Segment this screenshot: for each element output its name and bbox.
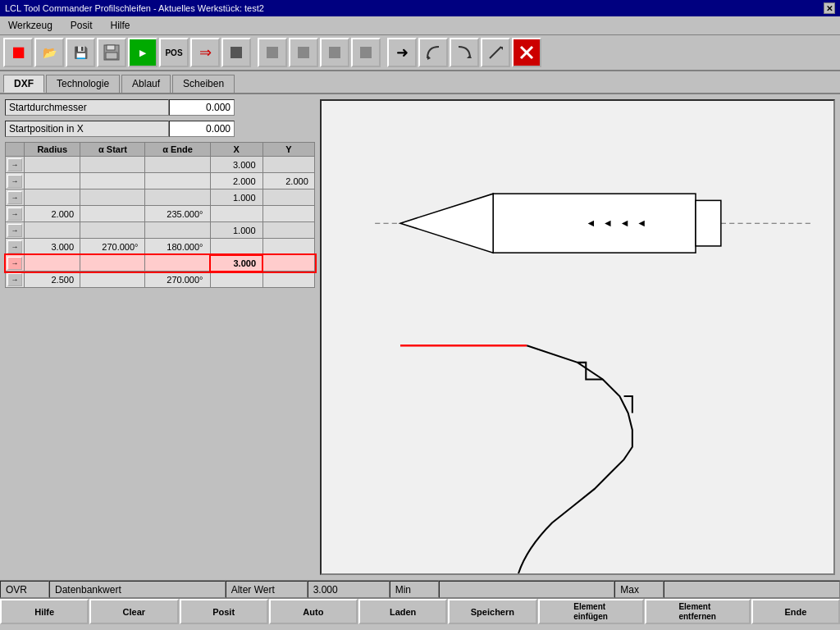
table-row: → — [6, 157, 315, 173]
radius-input-8[interactable] — [26, 275, 75, 285]
start-position-label: Startposition in X — [5, 121, 169, 137]
diagonal-button[interactable] — [481, 38, 510, 67]
menu-bar: Werkzeug Posit Hilfe — [0, 16, 840, 35]
tab-bar: DXF Technologie Ablauf Scheiben — [0, 71, 840, 94]
gray-btn-4[interactable] — [351, 38, 381, 67]
row-arrow-6[interactable]: → — [7, 240, 22, 253]
stop-button[interactable]: ⏹ — [3, 38, 33, 67]
db-cell: Datenbankwert — [49, 581, 226, 598]
tab-dxf[interactable]: DXF — [3, 75, 44, 93]
svg-rect-1 — [107, 45, 115, 50]
table-row: → — [6, 206, 315, 222]
row-arrow-2[interactable]: → — [7, 175, 22, 188]
alpha-start-input-6[interactable] — [82, 242, 139, 252]
arrow-right-red-button[interactable]: ⇒ — [190, 38, 220, 67]
square-button[interactable] — [221, 38, 251, 67]
alter-wert-cell: Alter Wert — [226, 581, 308, 598]
gray-btn-3[interactable] — [320, 38, 349, 67]
save-button[interactable]: 💾 — [66, 38, 95, 67]
col-x: X — [210, 143, 262, 157]
col-y: Y — [262, 143, 314, 157]
left-panel: Startdurchmesser 0.000 Startposition in … — [0, 94, 320, 580]
table-row: → — [6, 255, 315, 272]
alpha-end-input-8[interactable] — [147, 275, 204, 285]
radius-input-6[interactable] — [26, 242, 75, 252]
ovr-cell: OVR — [0, 581, 49, 598]
close-button[interactable]: ✕ — [824, 2, 835, 14]
drawing-canvas: ◄ ◄ ◄ ◄ — [320, 99, 835, 575]
element-entfernen-button[interactable]: Element entfernen — [645, 599, 751, 624]
svg-rect-4 — [267, 47, 278, 58]
bottom-bar: Hilfe Clear Posit Auto Laden Speichern E… — [0, 598, 840, 624]
drawing-svg: ◄ ◄ ◄ ◄ — [322, 101, 833, 573]
row-arrow-7[interactable]: → — [7, 257, 22, 270]
menu-posit[interactable]: Posit — [66, 18, 98, 33]
row-arrow-8[interactable]: → — [7, 273, 22, 286]
posit-button[interactable]: Posit — [180, 599, 268, 624]
play-button[interactable]: ▶ — [128, 38, 158, 67]
svg-text:◄: ◄ — [586, 217, 596, 229]
clear-button[interactable]: Clear — [89, 599, 178, 624]
hilfe-button[interactable]: Hilfe — [0, 599, 89, 624]
pos-button[interactable]: POS — [159, 38, 189, 67]
x-input-7[interactable] — [212, 258, 258, 268]
svg-text:◄: ◄ — [637, 217, 646, 229]
menu-hilfe[interactable]: Hilfe — [106, 18, 135, 33]
y-input-2[interactable] — [265, 176, 310, 186]
gray-btn-2[interactable] — [289, 38, 318, 67]
svg-rect-6 — [329, 47, 340, 58]
row-arrow-4[interactable]: → — [7, 208, 22, 221]
window-title: LCL Tool Commander Profilschleifen - Akt… — [5, 3, 264, 13]
start-position-value: 0.000 — [169, 121, 235, 137]
alpha-end-input-4[interactable] — [147, 209, 204, 219]
max-cell: Max — [614, 581, 664, 598]
x-input-2[interactable] — [212, 176, 258, 186]
red-x-button[interactable] — [512, 38, 541, 67]
x-input-3[interactable] — [212, 193, 258, 203]
svg-rect-5 — [298, 47, 309, 58]
laden-button[interactable]: Laden — [358, 599, 447, 624]
tab-technologie[interactable]: Technologie — [46, 75, 120, 93]
floppy-button[interactable] — [97, 38, 126, 67]
open-button[interactable]: 📂 — [34, 38, 64, 67]
table-row: → — [6, 189, 315, 206]
row-arrow-1[interactable]: → — [7, 158, 22, 171]
min-label: Min — [395, 584, 411, 596]
min-value-cell — [439, 581, 615, 598]
table-row: → — [6, 222, 315, 239]
svg-text:◄: ◄ — [619, 217, 629, 229]
max-value-cell — [664, 581, 840, 598]
ende-button[interactable]: Ende — [751, 599, 840, 624]
tab-ablauf[interactable]: Ablauf — [121, 75, 171, 93]
start-diameter-label: Startdurchmesser — [5, 99, 169, 116]
curve-left-button[interactable] — [418, 38, 448, 67]
arrow-right-button[interactable]: ➜ — [387, 38, 417, 67]
tab-scheiben[interactable]: Scheiben — [172, 75, 235, 93]
start-diameter-row: Startdurchmesser 0.000 — [5, 99, 315, 116]
svg-text:◄: ◄ — [603, 217, 613, 229]
status-value: 3.000 — [313, 584, 338, 596]
svg-rect-2 — [106, 52, 117, 59]
table-row: → — [6, 173, 315, 189]
data-table: Radius α Start α Ende X Y →→→→→→→→ — [5, 142, 315, 288]
element-einfuegen-button[interactable]: Element einfügen — [538, 599, 644, 624]
table-row: → — [6, 272, 315, 288]
title-bar: LCL Tool Commander Profilschleifen - Akt… — [0, 0, 840, 16]
curve-right-button[interactable] — [450, 38, 479, 67]
col-radius: Radius — [25, 143, 80, 157]
svg-marker-8 — [427, 55, 431, 60]
gray-btn-1[interactable] — [258, 38, 287, 67]
menu-werkzeug[interactable]: Werkzeug — [3, 18, 57, 33]
svg-rect-7 — [360, 47, 372, 58]
start-position-row: Startposition in X 0.000 — [5, 121, 315, 137]
speichern-button[interactable]: Speichern — [448, 599, 536, 624]
alpha-end-input-6[interactable] — [147, 242, 204, 252]
x-input-5[interactable] — [212, 226, 258, 235]
radius-input-4[interactable] — [26, 209, 75, 219]
col-alpha-ende: α Ende — [145, 143, 210, 157]
x-input-1[interactable] — [212, 160, 258, 170]
auto-button[interactable]: Auto — [269, 599, 358, 624]
row-arrow-3[interactable]: → — [7, 191, 22, 204]
svg-rect-17 — [696, 200, 721, 246]
row-arrow-5[interactable]: → — [7, 224, 22, 237]
